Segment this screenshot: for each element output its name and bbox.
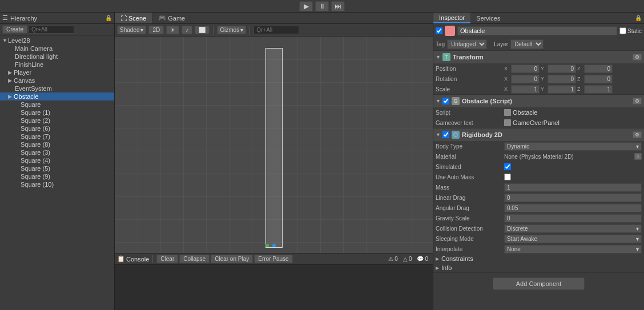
gameover-row: Gameover text GameOverPanel [433,118,644,128]
hierarchy-item[interactable]: EventSystem [0,84,114,92]
hierarchy-item[interactable]: Square (1) [0,108,114,116]
angular-drag-input[interactable] [504,204,642,212]
effects-button[interactable]: ⬜ [195,26,210,34]
hierarchy-icon: ☰ [2,14,8,22]
constraints-label: Constraints [441,255,473,262]
lock-icon: 🔒 [105,15,112,21]
constraints-row[interactable]: ▶ Constraints [433,254,644,263]
transform-title: Transform [453,54,630,61]
rotation-row: Rotation X Y Z [433,74,644,84]
use-auto-mass-checkbox[interactable] [504,174,511,180]
tab-game[interactable]: 🎮 Game [152,13,191,23]
interpolate-row: Interpolate None ▾ [433,244,644,254]
hierarchy-item[interactable]: Square (4) [0,156,114,164]
scale-x[interactable] [511,85,540,94]
inspector-panel: Inspector Services 🔒 ■ Static Tag [433,13,644,310]
rotation-z[interactable] [584,75,613,83]
hierarchy-item[interactable]: Square (3) [0,148,114,156]
obstacle-script-active[interactable] [442,98,449,104]
scale-row: Scale X Y Z [433,84,644,94]
scale-y[interactable] [548,85,576,94]
obstacle-script-header[interactable]: ▼ G Obstacle (Script) ⚙ [433,95,644,107]
lights-button[interactable]: ☀ [166,26,179,34]
material-select-btn[interactable]: ○ [634,153,642,160]
position-z[interactable] [584,65,613,73]
2d-button[interactable]: 2D [148,26,164,34]
mass-input[interactable] [504,183,642,192]
hierarchy-item[interactable]: ▶Player [0,69,114,77]
scale-xyz: X Y Z [504,85,642,94]
expand-arrow-icon: ▶ [8,78,13,83]
hierarchy-item-label: Square (10) [21,181,54,188]
hierarchy-item[interactable]: Square (6) [0,124,114,132]
hierarchy-title-text: Hierarchy [10,15,37,22]
gizmos-dropdown[interactable]: Gizmos ▾ [217,26,246,34]
rigidbody2d-title: Rigidbody 2D [462,131,630,138]
body-type-dropdown[interactable]: Dynamic ▾ [504,142,642,151]
hierarchy-item[interactable]: FinishLine [0,61,114,69]
hierarchy-item[interactable]: ▼Level28 [0,37,114,45]
object-name-input[interactable] [457,26,617,35]
hierarchy-item-label: Square (9) [21,173,50,180]
add-component-button[interactable]: Add Component [493,277,585,290]
inspector-content: ■ Static Tag Untagged Layer Default [433,24,644,310]
gravity-scale-input[interactable] [504,214,642,223]
clear-button[interactable]: Clear [156,255,178,263]
hierarchy-item-label: Square (2) [21,117,50,124]
hierarchy-item[interactable]: Square (9) [0,172,114,180]
hierarchy-item[interactable]: Square [0,100,114,108]
sleeping-mode-dropdown[interactable]: Start Awake ▾ [504,235,642,243]
object-active-checkbox[interactable] [436,27,442,34]
position-y[interactable] [548,65,576,73]
sound-button[interactable]: ♪ [182,26,192,34]
collision-detection-row: Collision Detection Discrete ▾ [433,223,644,233]
shade-dropdown[interactable]: Shaded ▾ [117,26,146,34]
hierarchy-item-label: Obstacle [14,93,38,100]
scene-search[interactable] [253,26,299,34]
static-checkbox[interactable] [619,27,626,34]
simulated-checkbox[interactable] [504,163,511,170]
hierarchy-item[interactable]: Square (10) [0,180,114,188]
pause-button[interactable]: ⏸ [315,1,329,11]
rigidbody2d-component: ▼ ⬡ Rigidbody 2D ⚙ Body Type Dynamic ▾ [433,128,644,273]
rigidbody2d-expand-icon: ▼ [436,132,440,138]
interpolate-dropdown[interactable]: None ▾ [504,245,642,253]
info-row[interactable]: ▶ Info [433,263,644,272]
obstacle-script-settings-btn[interactable]: ⚙ [633,98,642,104]
collision-detection-dropdown[interactable]: Discrete ▾ [504,224,642,233]
hierarchy-item[interactable]: Square (8) [0,140,114,148]
rigidbody2d-active[interactable] [442,131,449,138]
play-button[interactable]: ▶ [299,1,313,11]
collapse-button[interactable]: Collapse [179,255,210,263]
rigidbody2d-settings-btn[interactable]: ⚙ [633,131,642,138]
hierarchy-search[interactable] [29,25,74,34]
linear-drag-input[interactable] [504,194,642,202]
scale-z[interactable] [584,85,613,94]
tab-scene[interactable]: ⛶ Scene [115,13,152,23]
hierarchy-item[interactable]: Square (5) [0,164,114,172]
create-button[interactable]: Create [2,25,27,34]
rotation-x[interactable] [511,75,540,83]
position-x[interactable] [511,65,540,73]
tag-select[interactable]: Untagged [447,39,487,49]
tab-inspector[interactable]: Inspector [433,13,470,23]
error-pause-button[interactable]: Error Pause [254,255,292,263]
clear-on-play-button[interactable]: Clear on Play [211,255,253,263]
hierarchy-item[interactable]: Main Camera [0,45,114,53]
rotation-y[interactable] [548,75,576,83]
layer-select[interactable]: Default [510,39,544,49]
hierarchy-item[interactable]: Directional light [0,53,114,61]
hierarchy-item[interactable]: Square (2) [0,116,114,124]
transform-component: ▼ T Transform ⚙ Position X Y Z [433,51,644,95]
step-button[interactable]: ⏭ [331,1,345,11]
transform-header[interactable]: ▼ T Transform ⚙ [433,51,644,63]
rigidbody2d-header[interactable]: ▼ ⬡ Rigidbody 2D ⚙ [433,128,644,141]
tab-services[interactable]: Services [470,13,506,23]
hierarchy-item[interactable]: ▶Obstacle [0,92,114,100]
transform-settings-btn[interactable]: ⚙ [633,54,642,61]
hierarchy-item[interactable]: ▶Canvas [0,77,114,84]
hierarchy-item-label: Square (1) [21,109,50,116]
warning-count: △ 0 [401,256,414,262]
hierarchy-item[interactable]: Square (7) [0,132,114,140]
sleeping-mode-row: Sleeping Mode Start Awake ▾ [433,233,644,244]
